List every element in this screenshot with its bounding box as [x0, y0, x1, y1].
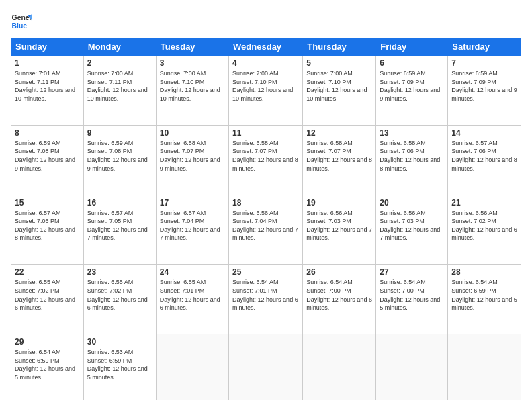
day-info: Sunrise: 6:59 AMSunset: 7:09 PMDaylight:… — [451, 69, 517, 103]
day-number: 30 — [87, 337, 152, 347]
header-sunday: Sunday — [11, 38, 84, 56]
day-number: 26 — [306, 267, 372, 277]
day-number: 15 — [15, 198, 80, 208]
day-info: Sunrise: 6:56 AMSunset: 7:02 PMDaylight:… — [451, 209, 517, 242]
day-info: Sunrise: 7:00 AMSunset: 7:10 PMDaylight:… — [306, 69, 372, 103]
day-info: Sunrise: 6:57 AMSunset: 7:06 PMDaylight:… — [451, 139, 517, 173]
week-row-3: 15Sunrise: 6:57 AMSunset: 7:05 PMDayligh… — [11, 195, 521, 265]
day-cell: 18Sunrise: 6:56 AMSunset: 7:04 PMDayligh… — [229, 195, 303, 265]
day-cell: 23Sunrise: 6:55 AMSunset: 7:02 PMDayligh… — [83, 265, 156, 334]
day-info: Sunrise: 6:56 AMSunset: 7:03 PMDaylight:… — [306, 209, 372, 242]
header-tuesday: Tuesday — [156, 38, 228, 56]
logo-icon: General Blue — [11, 11, 32, 32]
day-info: Sunrise: 6:53 AMSunset: 6:59 PMDaylight:… — [87, 348, 152, 381]
day-number: 29 — [15, 337, 80, 347]
day-info: Sunrise: 6:55 AMSunset: 7:02 PMDaylight:… — [87, 278, 152, 312]
day-info: Sunrise: 6:55 AMSunset: 7:01 PMDaylight:… — [160, 278, 225, 312]
day-cell: 17Sunrise: 6:57 AMSunset: 7:04 PMDayligh… — [156, 195, 228, 265]
header-thursday: Thursday — [303, 38, 376, 56]
day-cell: 4Sunrise: 7:00 AMSunset: 7:10 PMDaylight… — [229, 56, 303, 126]
svg-text:Blue: Blue — [12, 22, 28, 30]
day-info: Sunrise: 6:59 AMSunset: 7:09 PMDaylight:… — [380, 69, 444, 103]
day-info: Sunrise: 6:54 AMSunset: 7:00 PMDaylight:… — [380, 278, 444, 312]
day-cell: 10Sunrise: 6:58 AMSunset: 7:07 PMDayligh… — [156, 125, 228, 195]
day-cell: 28Sunrise: 6:54 AMSunset: 6:59 PMDayligh… — [448, 265, 521, 334]
day-info: Sunrise: 6:59 AMSunset: 7:08 PMDaylight:… — [15, 139, 80, 173]
day-info: Sunrise: 6:58 AMSunset: 7:07 PMDaylight:… — [232, 139, 299, 173]
day-cell: 14Sunrise: 6:57 AMSunset: 7:06 PMDayligh… — [448, 125, 521, 195]
day-number: 8 — [15, 128, 80, 138]
header-monday: Monday — [83, 38, 156, 56]
day-number: 11 — [232, 128, 299, 138]
day-number: 3 — [160, 58, 225, 68]
week-row-1: 1Sunrise: 7:01 AMSunset: 7:11 PMDaylight… — [11, 56, 521, 126]
day-info: Sunrise: 6:56 AMSunset: 7:03 PMDaylight:… — [380, 209, 444, 242]
day-number: 19 — [306, 198, 372, 208]
day-cell: 2Sunrise: 7:00 AMSunset: 7:11 PMDaylight… — [83, 56, 156, 126]
day-info: Sunrise: 6:57 AMSunset: 7:05 PMDaylight:… — [15, 209, 80, 242]
day-info: Sunrise: 6:54 AMSunset: 7:01 PMDaylight:… — [232, 278, 299, 312]
day-number: 20 — [380, 198, 444, 208]
header-wednesday: Wednesday — [229, 38, 303, 56]
day-info: Sunrise: 7:01 AMSunset: 7:11 PMDaylight:… — [15, 69, 80, 103]
day-number: 17 — [160, 198, 225, 208]
day-cell: 16Sunrise: 6:57 AMSunset: 7:05 PMDayligh… — [83, 195, 156, 265]
day-cell — [376, 334, 448, 400]
day-info: Sunrise: 6:58 AMSunset: 7:07 PMDaylight:… — [160, 139, 225, 173]
day-number: 1 — [15, 58, 80, 68]
day-number: 9 — [87, 128, 152, 138]
day-number: 2 — [87, 58, 152, 68]
day-cell: 7Sunrise: 6:59 AMSunset: 7:09 PMDaylight… — [448, 56, 521, 126]
day-info: Sunrise: 6:54 AMSunset: 7:00 PMDaylight:… — [306, 278, 372, 312]
day-cell: 22Sunrise: 6:55 AMSunset: 7:02 PMDayligh… — [11, 265, 84, 334]
week-row-2: 8Sunrise: 6:59 AMSunset: 7:08 PMDaylight… — [11, 125, 521, 195]
week-row-5: 29Sunrise: 6:54 AMSunset: 6:59 PMDayligh… — [11, 334, 521, 400]
day-cell: 12Sunrise: 6:58 AMSunset: 7:07 PMDayligh… — [303, 125, 376, 195]
day-number: 22 — [15, 267, 80, 277]
day-number: 18 — [232, 198, 299, 208]
header-friday: Friday — [376, 38, 448, 56]
day-number: 14 — [451, 128, 517, 138]
day-cell: 24Sunrise: 6:55 AMSunset: 7:01 PMDayligh… — [156, 265, 228, 334]
header-row: SundayMondayTuesdayWednesdayThursdayFrid… — [11, 38, 521, 56]
day-number: 24 — [160, 267, 225, 277]
day-info: Sunrise: 7:00 AMSunset: 7:10 PMDaylight:… — [232, 69, 299, 103]
day-info: Sunrise: 6:57 AMSunset: 7:04 PMDaylight:… — [160, 209, 225, 242]
day-cell — [448, 334, 521, 400]
day-cell: 9Sunrise: 6:59 AMSunset: 7:08 PMDaylight… — [83, 125, 156, 195]
day-cell: 30Sunrise: 6:53 AMSunset: 6:59 PMDayligh… — [83, 334, 156, 400]
header-saturday: Saturday — [448, 38, 521, 56]
day-number: 27 — [380, 267, 444, 277]
day-cell: 1Sunrise: 7:01 AMSunset: 7:11 PMDaylight… — [11, 56, 84, 126]
logo: General Blue — [11, 11, 32, 32]
calendar-table: SundayMondayTuesdayWednesdayThursdayFrid… — [11, 38, 521, 400]
day-info: Sunrise: 6:54 AMSunset: 6:59 PMDaylight:… — [15, 348, 80, 381]
day-info: Sunrise: 6:59 AMSunset: 7:08 PMDaylight:… — [87, 139, 152, 173]
day-cell — [303, 334, 376, 400]
day-cell: 3Sunrise: 7:00 AMSunset: 7:10 PMDaylight… — [156, 56, 228, 126]
day-cell: 15Sunrise: 6:57 AMSunset: 7:05 PMDayligh… — [11, 195, 84, 265]
day-info: Sunrise: 6:58 AMSunset: 7:06 PMDaylight:… — [380, 139, 444, 173]
day-info: Sunrise: 6:57 AMSunset: 7:05 PMDaylight:… — [87, 209, 152, 242]
day-cell — [156, 334, 228, 400]
day-info: Sunrise: 6:54 AMSunset: 6:59 PMDaylight:… — [451, 278, 517, 312]
day-cell: 29Sunrise: 6:54 AMSunset: 6:59 PMDayligh… — [11, 334, 84, 400]
day-number: 6 — [380, 58, 444, 68]
day-cell: 11Sunrise: 6:58 AMSunset: 7:07 PMDayligh… — [229, 125, 303, 195]
day-cell: 20Sunrise: 6:56 AMSunset: 7:03 PMDayligh… — [376, 195, 448, 265]
day-number: 21 — [451, 198, 517, 208]
day-cell — [229, 334, 303, 400]
header: General Blue — [11, 11, 521, 32]
day-cell: 26Sunrise: 6:54 AMSunset: 7:00 PMDayligh… — [303, 265, 376, 334]
day-info: Sunrise: 6:56 AMSunset: 7:04 PMDaylight:… — [232, 209, 299, 242]
week-row-4: 22Sunrise: 6:55 AMSunset: 7:02 PMDayligh… — [11, 265, 521, 334]
day-cell: 27Sunrise: 6:54 AMSunset: 7:00 PMDayligh… — [376, 265, 448, 334]
day-number: 16 — [87, 198, 152, 208]
day-number: 10 — [160, 128, 225, 138]
day-cell: 8Sunrise: 6:59 AMSunset: 7:08 PMDaylight… — [11, 125, 84, 195]
day-cell: 25Sunrise: 6:54 AMSunset: 7:01 PMDayligh… — [229, 265, 303, 334]
day-number: 4 — [232, 58, 299, 68]
day-info: Sunrise: 7:00 AMSunset: 7:11 PMDaylight:… — [87, 69, 152, 103]
day-info: Sunrise: 6:58 AMSunset: 7:07 PMDaylight:… — [306, 139, 372, 173]
day-cell: 5Sunrise: 7:00 AMSunset: 7:10 PMDaylight… — [303, 56, 376, 126]
